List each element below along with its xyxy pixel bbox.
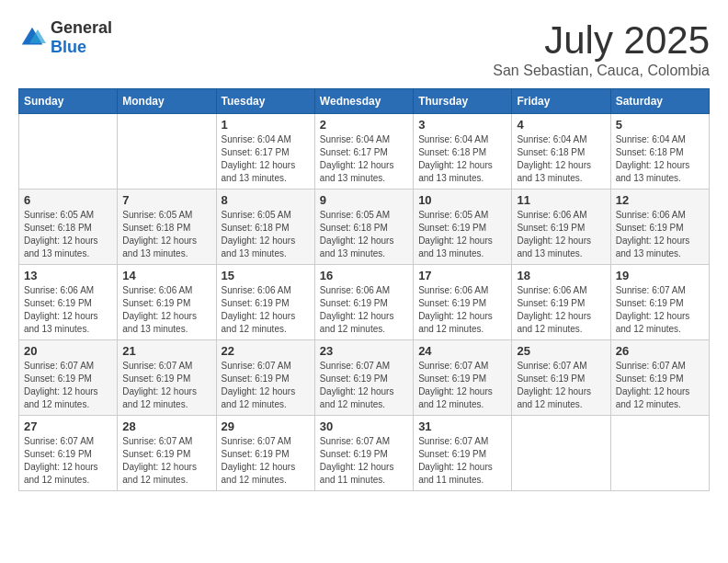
calendar-cell: 13Sunrise: 6:06 AM Sunset: 6:19 PM Dayli… bbox=[19, 265, 118, 340]
day-info: Sunrise: 6:07 AM Sunset: 6:19 PM Dayligh… bbox=[122, 435, 210, 487]
logo: General Blue bbox=[18, 18, 112, 57]
calendar-cell: 9Sunrise: 6:05 AM Sunset: 6:18 PM Daylig… bbox=[314, 190, 413, 265]
day-number: 12 bbox=[616, 193, 704, 207]
day-number: 17 bbox=[418, 269, 506, 282]
calendar-cell: 10Sunrise: 6:05 AM Sunset: 6:19 PM Dayli… bbox=[414, 190, 512, 265]
day-number: 18 bbox=[517, 269, 605, 282]
calendar-cell: 1Sunrise: 6:04 AM Sunset: 6:17 PM Daylig… bbox=[216, 114, 314, 190]
logo-icon bbox=[18, 24, 46, 52]
day-number: 22 bbox=[222, 344, 310, 358]
calendar-cell: 29Sunrise: 6:07 AM Sunset: 6:19 PM Dayli… bbox=[216, 416, 314, 491]
weekday-header: Sunday bbox=[19, 89, 118, 114]
calendar-cell bbox=[512, 416, 610, 491]
weekday-header: Monday bbox=[118, 89, 216, 114]
day-info: Sunrise: 6:06 AM Sunset: 6:19 PM Dayligh… bbox=[122, 284, 210, 336]
day-info: Sunrise: 6:06 AM Sunset: 6:19 PM Dayligh… bbox=[24, 284, 112, 336]
calendar-cell: 14Sunrise: 6:06 AM Sunset: 6:19 PM Dayli… bbox=[118, 265, 216, 340]
calendar-cell: 28Sunrise: 6:07 AM Sunset: 6:19 PM Dayli… bbox=[118, 416, 216, 491]
day-number: 15 bbox=[222, 269, 310, 282]
day-number: 27 bbox=[24, 419, 112, 433]
day-info: Sunrise: 6:07 AM Sunset: 6:19 PM Dayligh… bbox=[320, 360, 408, 411]
day-info: Sunrise: 6:04 AM Sunset: 6:17 PM Dayligh… bbox=[222, 133, 310, 185]
day-info: Sunrise: 6:07 AM Sunset: 6:19 PM Dayligh… bbox=[418, 360, 506, 411]
title-block: July 2025 San Sebastian, Cauca, Colombia bbox=[493, 18, 710, 79]
logo-text: General Blue bbox=[51, 18, 112, 57]
day-info: Sunrise: 6:06 AM Sunset: 6:19 PM Dayligh… bbox=[517, 284, 605, 336]
calendar-cell: 31Sunrise: 6:07 AM Sunset: 6:19 PM Dayli… bbox=[414, 416, 512, 491]
day-number: 5 bbox=[616, 118, 704, 132]
location-subtitle: San Sebastian, Cauca, Colombia bbox=[493, 63, 710, 79]
day-info: Sunrise: 6:04 AM Sunset: 6:18 PM Dayligh… bbox=[517, 133, 605, 185]
day-number: 31 bbox=[418, 419, 506, 433]
calendar-cell: 26Sunrise: 6:07 AM Sunset: 6:19 PM Dayli… bbox=[610, 340, 709, 416]
day-number: 9 bbox=[320, 193, 408, 207]
calendar-cell: 22Sunrise: 6:07 AM Sunset: 6:19 PM Dayli… bbox=[216, 340, 314, 416]
day-number: 19 bbox=[616, 269, 704, 282]
day-info: Sunrise: 6:07 AM Sunset: 6:19 PM Dayligh… bbox=[517, 360, 605, 411]
weekday-header: Tuesday bbox=[216, 89, 314, 114]
calendar-table: SundayMondayTuesdayWednesdayThursdayFrid… bbox=[18, 88, 710, 491]
calendar-cell: 20Sunrise: 6:07 AM Sunset: 6:19 PM Dayli… bbox=[19, 340, 118, 416]
weekday-row: SundayMondayTuesdayWednesdayThursdayFrid… bbox=[19, 89, 710, 114]
day-number: 13 bbox=[24, 269, 112, 282]
calendar-cell: 12Sunrise: 6:06 AM Sunset: 6:19 PM Dayli… bbox=[610, 190, 709, 265]
day-number: 29 bbox=[222, 419, 310, 433]
day-number: 1 bbox=[222, 118, 310, 132]
day-info: Sunrise: 6:05 AM Sunset: 6:18 PM Dayligh… bbox=[320, 209, 408, 260]
day-info: Sunrise: 6:05 AM Sunset: 6:18 PM Dayligh… bbox=[122, 209, 210, 260]
calendar-cell: 24Sunrise: 6:07 AM Sunset: 6:19 PM Dayli… bbox=[414, 340, 512, 416]
day-number: 24 bbox=[418, 344, 506, 358]
calendar-cell: 3Sunrise: 6:04 AM Sunset: 6:18 PM Daylig… bbox=[414, 114, 512, 190]
day-number: 10 bbox=[418, 193, 506, 207]
day-number: 8 bbox=[222, 193, 310, 207]
calendar-cell: 8Sunrise: 6:05 AM Sunset: 6:18 PM Daylig… bbox=[216, 190, 314, 265]
day-info: Sunrise: 6:06 AM Sunset: 6:19 PM Dayligh… bbox=[517, 209, 605, 260]
day-number: 14 bbox=[122, 269, 210, 282]
logo-general: General bbox=[51, 18, 112, 38]
calendar-cell: 27Sunrise: 6:07 AM Sunset: 6:19 PM Dayli… bbox=[19, 416, 118, 491]
day-info: Sunrise: 6:07 AM Sunset: 6:19 PM Dayligh… bbox=[24, 360, 112, 411]
calendar-cell: 21Sunrise: 6:07 AM Sunset: 6:19 PM Dayli… bbox=[118, 340, 216, 416]
day-info: Sunrise: 6:07 AM Sunset: 6:19 PM Dayligh… bbox=[616, 284, 704, 336]
day-info: Sunrise: 6:06 AM Sunset: 6:19 PM Dayligh… bbox=[616, 209, 704, 260]
day-info: Sunrise: 6:05 AM Sunset: 6:18 PM Dayligh… bbox=[24, 209, 112, 260]
calendar-cell: 23Sunrise: 6:07 AM Sunset: 6:19 PM Dayli… bbox=[314, 340, 413, 416]
calendar-cell: 25Sunrise: 6:07 AM Sunset: 6:19 PM Dayli… bbox=[512, 340, 610, 416]
weekday-header: Thursday bbox=[414, 89, 512, 114]
weekday-header: Friday bbox=[512, 89, 610, 114]
day-info: Sunrise: 6:05 AM Sunset: 6:18 PM Dayligh… bbox=[222, 209, 310, 260]
calendar-cell: 16Sunrise: 6:06 AM Sunset: 6:19 PM Dayli… bbox=[314, 265, 413, 340]
day-info: Sunrise: 6:04 AM Sunset: 6:17 PM Dayligh… bbox=[320, 133, 408, 185]
day-info: Sunrise: 6:07 AM Sunset: 6:19 PM Dayligh… bbox=[24, 435, 112, 487]
calendar-week-row: 20Sunrise: 6:07 AM Sunset: 6:19 PM Dayli… bbox=[19, 340, 710, 416]
calendar-cell: 15Sunrise: 6:06 AM Sunset: 6:19 PM Dayli… bbox=[216, 265, 314, 340]
calendar-week-row: 27Sunrise: 6:07 AM Sunset: 6:19 PM Dayli… bbox=[19, 416, 710, 491]
day-info: Sunrise: 6:06 AM Sunset: 6:19 PM Dayligh… bbox=[320, 284, 408, 336]
calendar-cell: 11Sunrise: 6:06 AM Sunset: 6:19 PM Dayli… bbox=[512, 190, 610, 265]
day-info: Sunrise: 6:07 AM Sunset: 6:19 PM Dayligh… bbox=[616, 360, 704, 411]
weekday-header: Wednesday bbox=[314, 89, 413, 114]
calendar-cell: 30Sunrise: 6:07 AM Sunset: 6:19 PM Dayli… bbox=[314, 416, 413, 491]
day-number: 3 bbox=[418, 118, 506, 132]
day-info: Sunrise: 6:06 AM Sunset: 6:19 PM Dayligh… bbox=[418, 284, 506, 336]
day-number: 26 bbox=[616, 344, 704, 358]
day-info: Sunrise: 6:07 AM Sunset: 6:19 PM Dayligh… bbox=[222, 360, 310, 411]
logo-blue: Blue bbox=[51, 38, 112, 57]
day-info: Sunrise: 6:07 AM Sunset: 6:19 PM Dayligh… bbox=[320, 435, 408, 487]
day-number: 7 bbox=[122, 193, 210, 207]
calendar-cell bbox=[19, 114, 118, 190]
day-number: 25 bbox=[517, 344, 605, 358]
calendar-cell bbox=[610, 416, 709, 491]
day-info: Sunrise: 6:05 AM Sunset: 6:19 PM Dayligh… bbox=[418, 209, 506, 260]
day-number: 16 bbox=[320, 269, 408, 282]
calendar-header: SundayMondayTuesdayWednesdayThursdayFrid… bbox=[19, 89, 710, 114]
calendar-cell: 6Sunrise: 6:05 AM Sunset: 6:18 PM Daylig… bbox=[19, 190, 118, 265]
calendar-cell: 7Sunrise: 6:05 AM Sunset: 6:18 PM Daylig… bbox=[118, 190, 216, 265]
calendar-week-row: 1Sunrise: 6:04 AM Sunset: 6:17 PM Daylig… bbox=[19, 114, 710, 190]
calendar-cell: 4Sunrise: 6:04 AM Sunset: 6:18 PM Daylig… bbox=[512, 114, 610, 190]
day-info: Sunrise: 6:04 AM Sunset: 6:18 PM Dayligh… bbox=[616, 133, 704, 185]
day-number: 2 bbox=[320, 118, 408, 132]
day-number: 11 bbox=[517, 193, 605, 207]
calendar-cell bbox=[118, 114, 216, 190]
calendar-cell: 18Sunrise: 6:06 AM Sunset: 6:19 PM Dayli… bbox=[512, 265, 610, 340]
